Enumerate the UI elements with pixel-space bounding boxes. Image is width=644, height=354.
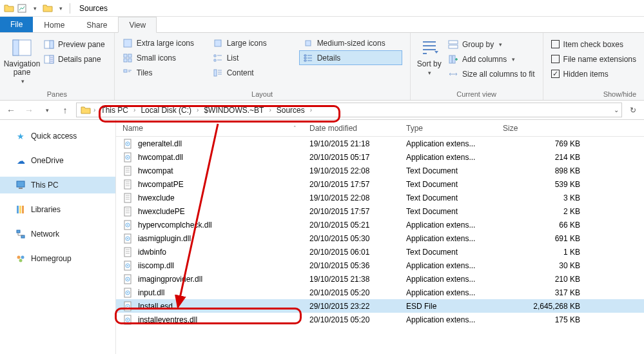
file-name: hwexcludePE — [138, 207, 185, 216]
sort-by-button[interactable]: Sort by ▾ — [415, 35, 444, 89]
refresh-button[interactable]: ↻ — [626, 103, 640, 117]
file-row[interactable]: hwexclude19/10/2015 22:08Text Document3 … — [116, 191, 644, 204]
file-date: 20/10/2015 17:57 — [309, 207, 406, 216]
home-tab[interactable]: Home — [33, 17, 75, 32]
file-row[interactable]: hwcompat19/10/2015 22:08Text Document898… — [116, 164, 644, 177]
layout-details[interactable]: Details — [299, 50, 402, 65]
file-row[interactable]: hypervcomplcheck.dll20/10/2015 05:21Appl… — [116, 218, 644, 231]
file-name: hwcompat.dll — [138, 153, 183, 162]
details-pane-button[interactable]: Details pane — [40, 52, 109, 66]
layout-list[interactable]: List — [209, 50, 299, 65]
preview-pane-button[interactable]: Preview pane — [40, 37, 109, 52]
layout-small-icons[interactable]: Small icons — [119, 50, 209, 65]
svg-point-32 — [127, 143, 128, 144]
svg-rect-10 — [124, 54, 127, 57]
chevron-down-icon[interactable]: ⌄ — [614, 106, 619, 113]
hidden-items-toggle[interactable]: ✓Hidden items — [547, 66, 640, 81]
file-row[interactable]: iiscomp.dll20/10/2015 05:36Application e… — [116, 259, 644, 272]
file-row[interactable]: imagingprovider.dll19/10/2015 21:38Appli… — [116, 272, 644, 286]
sidebar-this-pc[interactable]: This PC — [0, 177, 115, 193]
libraries-icon — [15, 204, 26, 215]
sidebar-homegroup[interactable]: Homegroup — [0, 250, 115, 267]
col-size[interactable]: Size — [496, 124, 574, 133]
file-row[interactable]: input.dll20/10/2015 05:20Application ext… — [116, 286, 644, 299]
forward-button[interactable]: → — [22, 103, 36, 117]
file-tab[interactable]: File — [0, 17, 33, 32]
layout-tiles[interactable]: Tiles — [119, 65, 209, 80]
navigation-pane-label: Navigation pane — [4, 60, 41, 77]
file-type: Application extens... — [406, 234, 503, 243]
file-row[interactable]: generaltel.dll19/10/2015 21:18Applicatio… — [116, 137, 644, 150]
file-name: hwcompat — [138, 166, 173, 175]
svg-point-49 — [127, 265, 128, 266]
file-size: 2 KB — [503, 207, 580, 216]
qa-dropdown-2-icon[interactable]: ▾ — [54, 2, 67, 15]
file-date: 20/10/2015 05:20 — [309, 315, 406, 324]
svg-rect-23 — [19, 206, 21, 213]
chevron-right-icon[interactable]: › — [197, 106, 199, 113]
file-size: 30 KB — [503, 261, 580, 270]
chevron-down-icon: ▾ — [21, 78, 24, 84]
layout-xl-icons[interactable]: Extra large icons — [119, 35, 209, 50]
file-row[interactable]: installeventres.dll20/10/2015 05:20Appli… — [116, 313, 644, 326]
file-row[interactable]: hwcompatPE20/10/2015 17:57Text Document5… — [116, 177, 644, 191]
file-size: 175 KB — [503, 315, 580, 324]
qa-dropdown-icon[interactable]: ▾ — [28, 2, 41, 15]
col-type[interactable]: Type — [400, 124, 496, 133]
network-icon — [15, 229, 26, 239]
chevron-right-icon[interactable]: › — [310, 106, 312, 113]
breadcrumb-field[interactable]: › This PC › Local Disk (C:) › $WINDOWS.~… — [76, 103, 622, 117]
recent-dropdown[interactable]: ▾ — [40, 103, 54, 117]
layout-large-icons[interactable]: Large icons — [209, 35, 299, 50]
file-row[interactable]: Install.esd29/10/2015 23:22ESD File2,645… — [116, 299, 644, 313]
svg-point-61 — [127, 319, 128, 320]
file-row[interactable]: iasmigplugin.dll20/10/2015 05:30Applicat… — [116, 231, 644, 245]
file-type: Text Document — [406, 193, 503, 202]
file-extensions-toggle[interactable]: File name extensions — [547, 52, 640, 66]
qa-properties-icon[interactable] — [15, 2, 28, 15]
navigation-pane-button[interactable]: Navigation pane ▾ — [4, 35, 40, 89]
file-type: Text Document — [406, 207, 503, 216]
sidebar-quick-access[interactable]: ★Quick access — [0, 128, 115, 144]
file-size: 210 KB — [503, 275, 580, 284]
titlebar: ▾ ▾ Sources — [0, 0, 644, 17]
size-columns-fit-button[interactable]: Size all columns to fit — [444, 66, 539, 81]
address-bar: ← → ▾ ↑ › This PC › Local Disk (C:) › $W… — [0, 101, 644, 120]
svg-rect-39 — [124, 207, 131, 216]
layout-content[interactable]: Content — [209, 65, 299, 80]
chevron-right-icon[interactable]: › — [133, 106, 135, 113]
chevron-right-icon[interactable]: › — [93, 106, 95, 113]
layout-medium-icons[interactable]: Medium-sized icons — [299, 35, 402, 50]
svg-rect-4 — [50, 41, 54, 48]
sidebar-network[interactable]: Network — [0, 226, 115, 242]
file-row[interactable]: hwcompat.dll20/10/2015 05:17Application … — [116, 150, 644, 164]
sidebar-libraries[interactable]: Libraries — [0, 201, 115, 218]
svg-rect-12 — [124, 59, 127, 62]
col-name[interactable]: Name˄ — [116, 124, 303, 133]
sidebar-onedrive[interactable]: ☁OneDrive — [0, 152, 115, 169]
group-by-button[interactable]: Group by▾ — [444, 37, 539, 52]
svg-rect-46 — [124, 248, 131, 257]
crumb-windows-bt[interactable]: $WINDOWS.~BT — [201, 106, 266, 115]
crumb-thispc[interactable]: This PC — [98, 106, 131, 115]
crumb-drive[interactable]: Local Disk (C:) — [138, 106, 194, 115]
file-type: Application extens... — [406, 221, 503, 230]
svg-rect-36 — [124, 166, 131, 175]
chevron-right-icon[interactable]: › — [269, 106, 271, 113]
col-date[interactable]: Date modified — [303, 124, 400, 133]
share-tab[interactable]: Share — [75, 17, 118, 32]
crumb-sources[interactable]: Sources — [274, 106, 307, 115]
svg-rect-22 — [17, 206, 19, 213]
up-button[interactable]: ↑ — [58, 103, 72, 117]
homegroup-icon — [15, 253, 26, 264]
file-row[interactable]: idwbinfo20/10/2015 06:01Text Document1 K… — [116, 245, 644, 259]
file-row[interactable]: hwexcludePE20/10/2015 17:57Text Document… — [116, 204, 644, 218]
svg-rect-38 — [124, 193, 131, 202]
add-columns-button[interactable]: Add columns▾ — [444, 52, 539, 66]
back-button[interactable]: ← — [4, 103, 18, 117]
checkbox-icon — [551, 40, 560, 48]
view-tab[interactable]: View — [118, 17, 157, 33]
svg-point-55 — [127, 292, 128, 293]
file-name: iiscomp.dll — [138, 261, 174, 270]
item-checkboxes-toggle[interactable]: Item check boxes — [547, 37, 640, 52]
